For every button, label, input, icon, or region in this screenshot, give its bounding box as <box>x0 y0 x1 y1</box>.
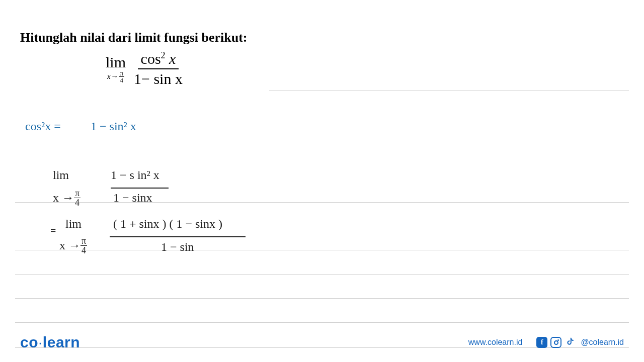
hw-step2-approach-var: x → <box>59 239 80 252</box>
rule-line <box>15 202 629 203</box>
logo: co·learn <box>20 334 80 351</box>
footer: co·learn www.colearn.id f @colearn.id <box>0 334 644 351</box>
hw-step1-num: 1 − s in² x <box>111 168 159 182</box>
rule-line <box>15 226 629 226</box>
den-text: 1− sin x <box>134 70 183 87</box>
hw-step1-n: π <box>74 189 80 198</box>
hw-step1-pi4: π 4 <box>74 189 80 207</box>
hw-step2-den: 1 − sin <box>161 240 194 254</box>
rule-line <box>15 250 629 250</box>
hw-step1-den: 1 − sinx <box>113 191 152 205</box>
facebook-icon[interactable]: f <box>536 337 547 348</box>
hw-step1-approach: x → π 4 <box>53 189 80 207</box>
logo-dot: · <box>38 334 43 350</box>
logo-co: co <box>20 334 38 350</box>
hw-identity-right: 1 − sin² x <box>91 120 136 133</box>
hw-step1-lim: lim <box>53 168 69 182</box>
main-fraction: cos2 x 1− sin x <box>131 50 186 87</box>
frac-num: π <box>119 70 125 77</box>
page-title: Hitunglah nilai dari limit fungsi beriku… <box>20 30 624 45</box>
rule-line <box>15 298 629 299</box>
lim-approach: x→ π 4 <box>107 70 124 83</box>
hw-step2-lim: lim <box>65 217 82 231</box>
rule-line <box>15 322 629 323</box>
instagram-icon[interactable] <box>550 337 561 348</box>
numerator: cos2 x <box>138 50 179 69</box>
social-icons: f @colearn.id <box>536 337 624 348</box>
hw-step2-eq: = <box>50 225 56 237</box>
pi-over-4: π 4 <box>119 70 125 83</box>
hw-step2-pi4: π 4 <box>80 236 87 255</box>
approach-var: x→ <box>107 73 118 80</box>
hw-step2-fracline <box>110 236 246 237</box>
hw-step2-approach: x → π 4 <box>59 236 87 255</box>
hw-identity-left: cos²x = <box>25 120 61 133</box>
hw-step2-num: ( 1 + sinx ) ( 1 − sinx ) <box>113 217 222 231</box>
hw-step1-approach-var: x → <box>53 191 74 205</box>
social-handle[interactable]: @colearn.id <box>581 338 624 347</box>
limit-formula: lim x→ π 4 cos2 x 1− sin x <box>106 50 624 87</box>
sq-sup: 2 <box>161 50 166 60</box>
lim-text: lim <box>106 55 126 70</box>
tiktok-icon[interactable] <box>565 337 576 348</box>
cos-text: cos <box>141 50 161 67</box>
lim-operator: lim x→ π 4 <box>106 55 126 83</box>
hw-step1-fracline <box>111 188 169 189</box>
rule-line <box>269 90 629 91</box>
hw-step2-n: π <box>80 236 87 246</box>
hw-step1-d: 4 <box>74 198 80 207</box>
denominator: 1− sin x <box>131 69 186 87</box>
logo-learn: learn <box>43 334 80 350</box>
num-var: x <box>166 50 176 67</box>
frac-den: 4 <box>119 77 125 83</box>
hw-step2-d: 4 <box>80 246 87 255</box>
website-link[interactable]: www.colearn.id <box>468 338 523 347</box>
rule-line <box>15 274 629 275</box>
